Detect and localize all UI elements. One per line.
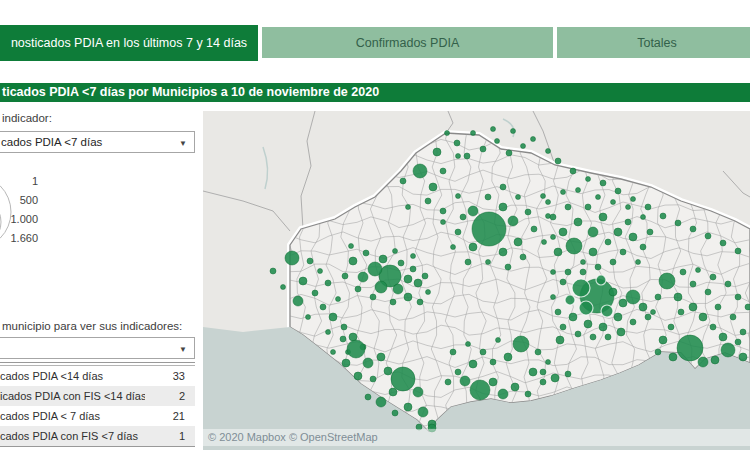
table-row[interactable]: cados PDIA < 7 días 21 — [0, 406, 195, 426]
municipio-bubble[interactable] — [451, 245, 456, 250]
municipio-bubble[interactable] — [626, 290, 640, 304]
municipio-bubble[interactable] — [554, 248, 562, 256]
municipio-bubble[interactable] — [620, 249, 626, 255]
municipio-bubble[interactable] — [499, 248, 507, 256]
municipio-bubble[interactable] — [715, 304, 721, 310]
municipio-bubble[interactable] — [504, 353, 512, 361]
municipio-bubble[interactable] — [370, 294, 376, 300]
municipio-bubble[interactable] — [325, 280, 331, 286]
municipio-bubble[interactable] — [674, 293, 682, 301]
municipio-bubble[interactable] — [668, 324, 674, 330]
tab-confirmados-pdia[interactable]: Confirmados PDIA — [262, 27, 553, 58]
municipio-bubble[interactable] — [495, 139, 500, 144]
municipio-bubble[interactable] — [514, 238, 522, 246]
municipio-bubble[interactable] — [391, 367, 415, 391]
municipio-bubble[interactable] — [445, 379, 451, 385]
municipio-bubble[interactable] — [281, 285, 286, 290]
municipio-bubble[interactable] — [574, 218, 582, 226]
municipio-bubble[interactable] — [630, 319, 636, 325]
municipio-bubble[interactable] — [579, 301, 593, 315]
municipio-bubble[interactable] — [565, 204, 571, 210]
municipio-bubble[interactable] — [677, 335, 703, 361]
municipio-bubble[interactable] — [555, 158, 561, 164]
municipio-bubble[interactable] — [393, 249, 398, 254]
municipio-bubble[interactable] — [398, 260, 404, 266]
bubble-map[interactable]: © 2020 Mapbox © OpenStreetMap — [203, 111, 750, 450]
municipio-bubble[interactable] — [614, 228, 622, 236]
municipio-bubble[interactable] — [390, 299, 396, 305]
municipio-bubble[interactable] — [572, 279, 590, 297]
municipio-bubble[interactable] — [559, 228, 567, 236]
municipio-bubble[interactable] — [376, 397, 386, 407]
municipio-bubble[interactable] — [689, 303, 697, 311]
municipio-bubble[interactable] — [326, 330, 331, 335]
municipio-bubble[interactable] — [525, 209, 531, 215]
municipio-bubble[interactable] — [735, 294, 741, 300]
municipio-bubble[interactable] — [331, 350, 336, 355]
municipio-bubble[interactable] — [460, 214, 466, 220]
table-row[interactable]: cados PDIA con FIS <7 días 1 — [0, 426, 195, 446]
municipio-bubble[interactable] — [655, 294, 661, 300]
municipio-bubble[interactable] — [719, 333, 727, 341]
municipio-bubble[interactable] — [641, 215, 646, 220]
municipio-bubble[interactable] — [469, 360, 477, 368]
municipio-bubble[interactable] — [318, 269, 323, 274]
municipio-bubble[interactable] — [625, 219, 631, 225]
municipio-bubble[interactable] — [418, 407, 428, 417]
municipio-bubble[interactable] — [586, 177, 591, 182]
municipio-bubble[interactable] — [560, 279, 566, 285]
municipio-bubble[interactable] — [422, 273, 428, 279]
municipio-bubble[interactable] — [609, 288, 617, 296]
municipio-bubble[interactable] — [705, 233, 711, 239]
municipio-bubble[interactable] — [590, 334, 596, 340]
municipio-bubble[interactable] — [636, 260, 641, 265]
municipio-bubble[interactable] — [675, 220, 681, 226]
municipio-bubble[interactable] — [414, 279, 422, 287]
municipio-bubble[interactable] — [320, 304, 326, 310]
municipio-bubble[interactable] — [480, 349, 486, 355]
municipio-bubble[interactable] — [690, 226, 696, 232]
municipio-bubble[interactable] — [565, 295, 575, 305]
municipio-bubble[interactable] — [440, 168, 446, 174]
municipio-bubble[interactable] — [525, 391, 531, 397]
municipio-bubble[interactable] — [498, 389, 508, 399]
map-attribution[interactable]: © 2020 Mapbox © OpenStreetMap — [203, 429, 750, 446]
tab-diagnosticados-7-14-dias[interactable]: nosticados PDIA en los últimos 7 y 14 dí… — [0, 25, 258, 61]
municipio-bubble[interactable] — [556, 336, 564, 344]
municipio-bubble[interactable] — [450, 349, 456, 355]
municipio-bubble[interactable] — [596, 195, 601, 200]
municipio-bubble[interactable] — [710, 324, 716, 330]
municipio-bubble[interactable] — [425, 198, 431, 204]
municipio-bubble[interactable] — [445, 131, 450, 136]
municipio-bubble[interactable] — [589, 248, 597, 256]
table-row[interactable]: cados PDIA <14 días 33 — [0, 366, 195, 386]
municipio-bubble[interactable] — [546, 200, 551, 205]
municipio-bubble[interactable] — [599, 213, 607, 221]
municipio-bubble[interactable] — [363, 250, 369, 256]
municipio-bubble[interactable] — [721, 343, 735, 357]
municipio-bubble[interactable] — [541, 194, 546, 199]
municipio-bubble[interactable] — [511, 129, 516, 134]
municipio-bubble[interactable] — [710, 274, 716, 280]
municipio-bubble[interactable] — [336, 297, 341, 302]
municipio-bubble[interactable] — [347, 340, 365, 358]
municipio-bubble[interactable] — [610, 259, 616, 265]
municipio-bubble[interactable] — [619, 299, 627, 307]
municipio-bubble[interactable] — [720, 240, 726, 246]
municipio-bubble[interactable] — [739, 353, 747, 361]
municipio-bubble[interactable] — [516, 195, 521, 200]
municipio-bubble[interactable] — [472, 212, 506, 246]
municipio-bubble[interactable] — [404, 275, 412, 283]
municipio-bubble[interactable] — [565, 269, 571, 275]
municipio-bubble[interactable] — [496, 338, 501, 343]
municipio-bubble[interactable] — [270, 268, 276, 274]
municipio-bubble[interactable] — [531, 137, 536, 142]
municipio-bubble[interactable] — [645, 314, 651, 320]
municipio-bubble[interactable] — [745, 304, 750, 310]
municipio-bubble[interactable] — [711, 356, 719, 364]
municipio-bubble[interactable] — [429, 183, 437, 191]
municipio-bubble[interactable] — [404, 403, 412, 411]
municipio-bubble[interactable] — [465, 259, 471, 265]
municipio-bubble[interactable] — [466, 342, 471, 347]
municipio-bubble[interactable] — [521, 144, 526, 149]
